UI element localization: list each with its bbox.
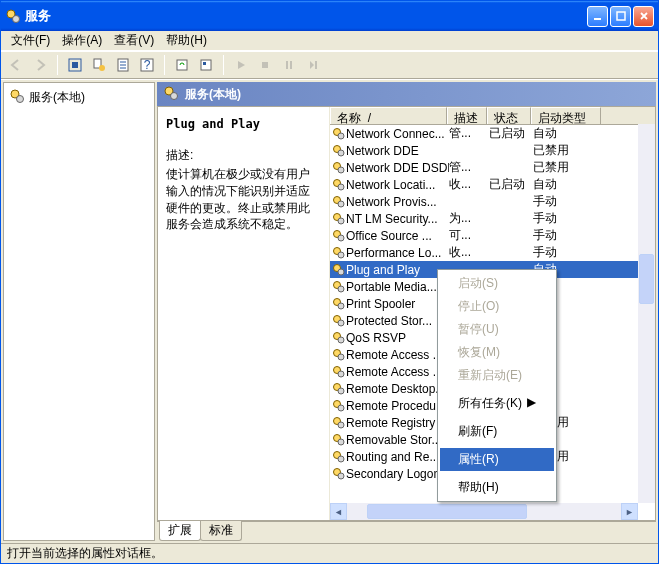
play-button[interactable]	[230, 54, 252, 76]
refresh-toolbar-button[interactable]	[171, 54, 193, 76]
menu-file[interactable]: 文件(F)	[5, 31, 56, 50]
menu-action[interactable]: 操作(A)	[56, 31, 108, 50]
view-tabs: 扩展 标准	[157, 521, 656, 541]
service-row[interactable]: Network Provis...手动	[330, 193, 655, 210]
cell-name: Network DDE DSDM	[346, 161, 449, 175]
service-icon	[332, 144, 346, 157]
minimize-button[interactable]	[587, 6, 608, 27]
ctx-start[interactable]: 启动(S)	[440, 272, 554, 295]
service-icon	[332, 195, 346, 208]
toolbar-button-1[interactable]	[64, 54, 86, 76]
scroll-left-button[interactable]: ◄	[330, 503, 347, 520]
tree-root[interactable]: 服务(本地)	[8, 87, 150, 108]
horizontal-scrollbar[interactable]: ◄ ►	[330, 503, 638, 520]
svg-point-19	[17, 96, 24, 103]
cell-name: Remote Access ...	[346, 365, 449, 379]
restart-button[interactable]	[302, 54, 324, 76]
stop-button[interactable]	[254, 54, 276, 76]
cell-startup: 手动	[533, 193, 603, 210]
pause-button[interactable]	[278, 54, 300, 76]
cell-name: Remote Procedu...	[346, 399, 449, 413]
service-row[interactable]: Office Source ...可...手动	[330, 227, 655, 244]
forward-button[interactable]	[29, 54, 51, 76]
service-row[interactable]: Network DDE DSDM管...已禁用	[330, 159, 655, 176]
help-toolbar-button[interactable]: ?	[136, 54, 158, 76]
tab-extended[interactable]: 扩展	[159, 521, 201, 541]
cell-name: Network Provis...	[346, 195, 449, 209]
cell-startup: 手动	[533, 210, 603, 227]
service-row[interactable]: Performance Lo...收...手动	[330, 244, 655, 261]
ctx-separator	[441, 389, 553, 390]
description-pane: Plug and Play 描述: 使计算机在极少或没有用户输入的情况下能识别并…	[158, 107, 330, 520]
svg-point-7	[99, 65, 105, 71]
service-icon	[332, 416, 346, 429]
menu-view[interactable]: 查看(V)	[108, 31, 160, 50]
service-icon	[332, 161, 346, 174]
vertical-scrollbar[interactable]	[638, 124, 655, 503]
detail-header-title: 服务(本地)	[185, 86, 241, 103]
description-text: 使计算机在极少或没有用户输入的情况下能识别并适应硬件的更改。终止或禁用此服务会造…	[166, 166, 321, 233]
scroll-thumb[interactable]	[367, 504, 527, 519]
services-icon	[5, 8, 21, 24]
tree-pane[interactable]: 服务(本地)	[3, 82, 155, 541]
svg-rect-13	[203, 62, 206, 65]
service-row[interactable]: NT LM Security...为...手动	[330, 210, 655, 227]
service-row[interactable]: Network Connec...管...已启动自动	[330, 125, 655, 142]
column-name[interactable]: 名称 /	[330, 107, 447, 124]
list-rows[interactable]: Network Connec...管...已启动自动Network DDE已禁用…	[330, 125, 655, 520]
ctx-restart[interactable]: 重新启动(E)	[440, 364, 554, 387]
scroll-right-button[interactable]: ►	[621, 503, 638, 520]
column-startup[interactable]: 启动类型	[531, 107, 601, 124]
gears-icon	[9, 88, 25, 107]
svg-rect-14	[262, 62, 268, 68]
service-icon	[332, 450, 346, 463]
service-row[interactable]: Network DDE已禁用	[330, 142, 655, 159]
svg-point-37	[338, 252, 344, 258]
tab-standard[interactable]: 标准	[200, 521, 242, 541]
titlebar[interactable]: 服务	[1, 1, 658, 31]
detail-body: Plug and Play 描述: 使计算机在极少或没有用户输入的情况下能识别并…	[157, 106, 656, 521]
cell-name: Plug and Play	[346, 263, 449, 277]
svg-point-1	[13, 16, 20, 23]
svg-point-59	[338, 439, 344, 445]
cell-name: Network Connec...	[346, 127, 449, 141]
export-button[interactable]	[112, 54, 134, 76]
scroll-track[interactable]	[347, 503, 621, 520]
svg-point-57	[338, 422, 344, 428]
toolbar-button-6[interactable]	[195, 54, 217, 76]
svg-point-51	[338, 371, 344, 377]
column-status[interactable]: 状态	[487, 107, 531, 124]
service-row[interactable]: Network Locati...收...已启动自动	[330, 176, 655, 193]
close-button[interactable]	[633, 6, 654, 27]
svg-point-23	[338, 133, 344, 139]
svg-point-43	[338, 303, 344, 309]
svg-point-47	[338, 337, 344, 343]
cell-name: Network Locati...	[346, 178, 449, 192]
svg-point-41	[338, 286, 344, 292]
service-icon	[332, 399, 346, 412]
services-list: 名称 / 描述 状态 启动类型 Network Connec...管...已启动…	[330, 107, 655, 520]
scroll-thumb[interactable]	[639, 254, 654, 304]
cell-name: Office Source ...	[346, 229, 449, 243]
ctx-properties[interactable]: 属性(R)	[440, 448, 554, 471]
svg-text:?: ?	[144, 58, 151, 72]
ctx-help[interactable]: 帮助(H)	[440, 476, 554, 499]
maximize-button[interactable]	[610, 6, 631, 27]
ctx-resume[interactable]: 恢复(M)	[440, 341, 554, 364]
tree-root-label: 服务(本地)	[29, 89, 85, 106]
service-icon	[332, 280, 346, 293]
back-button[interactable]	[5, 54, 27, 76]
ctx-stop[interactable]: 停止(O)	[440, 295, 554, 318]
service-icon	[332, 433, 346, 446]
ctx-all-tasks[interactable]: 所有任务(K)▶	[440, 392, 554, 415]
cell-name: Routing and Re...	[346, 450, 449, 464]
cell-status: 已启动	[489, 176, 533, 193]
ctx-refresh[interactable]: 刷新(F)	[440, 420, 554, 443]
toolbar: ?	[1, 51, 658, 79]
properties-toolbar-button[interactable]	[88, 54, 110, 76]
svg-rect-5	[72, 62, 78, 68]
ctx-pause[interactable]: 暂停(U)	[440, 318, 554, 341]
menu-help[interactable]: 帮助(H)	[160, 31, 213, 50]
menubar: 文件(F) 操作(A) 查看(V) 帮助(H)	[1, 31, 658, 51]
column-desc[interactable]: 描述	[447, 107, 487, 124]
